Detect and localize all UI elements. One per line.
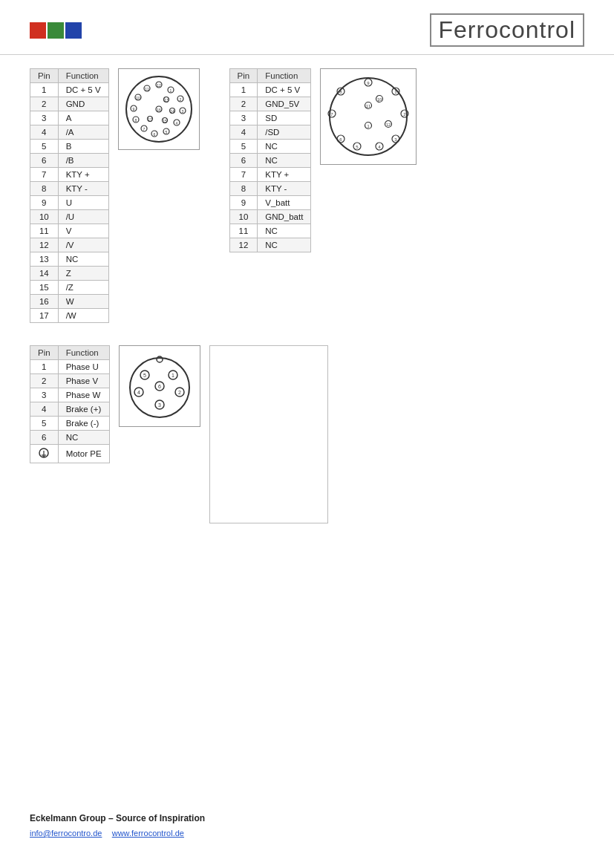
pin-function: Brake (+) <box>58 402 109 417</box>
pin-function: A <box>58 111 108 125</box>
footer-tagline: Eckelmann Group – Source of Inspiration <box>30 813 584 823</box>
col-pin-1: Pin <box>30 69 59 83</box>
pin-number: 1 <box>30 83 59 97</box>
table-row: 10/U <box>30 210 109 224</box>
svg-text:3: 3 <box>181 109 183 114</box>
table-row: 3SD <box>229 111 311 125</box>
pin-function: /Z <box>58 281 108 295</box>
svg-text:6: 6 <box>158 384 161 389</box>
svg-text:5: 5 <box>165 130 167 134</box>
table-row: 12/V <box>30 238 109 252</box>
pin-function: DC + 5 V <box>258 83 311 97</box>
col-function-1: Function <box>58 69 108 83</box>
pin-function: GND_batt <box>258 210 311 224</box>
pin-number: 5 <box>229 140 258 154</box>
pin-function: NC <box>258 224 311 238</box>
table-row: 6/B <box>30 154 109 168</box>
col-pin-power: Pin <box>30 346 59 360</box>
svg-text:9: 9 <box>132 107 134 111</box>
logo-red-square <box>30 22 46 39</box>
svg-text:10: 10 <box>136 96 140 100</box>
connector-diagram-12pin: 9 1 8 2 7 10 <box>320 68 417 165</box>
pin-number: 3 <box>30 111 59 125</box>
pin-number: 3 <box>30 388 59 402</box>
footer-website[interactable]: www.ferrocontrol.de <box>112 829 184 838</box>
pin-function: /U <box>58 210 108 224</box>
svg-text:5: 5 <box>143 373 146 378</box>
col-function-power: Function <box>58 346 109 360</box>
svg-text:8: 8 <box>134 118 137 123</box>
table-row: 14Z <box>30 267 109 281</box>
pin-function: NC <box>58 252 108 267</box>
connector-diagram-power: 5 1 6 4 2 3 <box>119 345 200 427</box>
pin-function: KTY - <box>258 182 311 196</box>
table-row: 9U <box>30 196 109 210</box>
connector-power-svg: 5 1 6 4 2 3 <box>123 349 197 423</box>
pin-function: U <box>58 196 108 210</box>
pin-number: 3 <box>229 111 258 125</box>
pin-function: NC <box>58 431 109 445</box>
table-row: 2Phase V <box>30 374 110 388</box>
pin-number: 11 <box>229 224 258 238</box>
pin-function: Phase V <box>58 374 109 388</box>
brand-title: Ferrocontrol <box>430 13 585 47</box>
table-row: 5B <box>30 140 109 154</box>
pin-function: GND_5V <box>258 97 311 111</box>
table-row: 7KTY + <box>30 168 109 182</box>
table-row: 7KTY + <box>229 168 311 182</box>
svg-text:11: 11 <box>145 87 149 91</box>
table-row: 1DC + 5 V <box>229 83 311 97</box>
svg-text:1: 1 <box>169 88 172 93</box>
table2-group: Pin Function 1DC + 5 V2GND_5V3SD4/SD5NC6… <box>229 68 417 252</box>
svg-text:8: 8 <box>340 90 343 94</box>
svg-text:6: 6 <box>340 137 343 142</box>
table-row: 15/Z <box>30 281 109 295</box>
svg-text:3: 3 <box>158 402 161 408</box>
pin-number: 2 <box>30 97 59 111</box>
pin-function: Z <box>58 267 108 281</box>
pin-function: /SD <box>258 125 311 140</box>
connector-12pin-svg: 9 1 8 2 7 10 <box>324 72 413 161</box>
svg-text:16: 16 <box>157 108 161 112</box>
svg-text:15: 15 <box>163 119 167 123</box>
svg-text:4: 4 <box>137 390 140 395</box>
pin-number: 12 <box>30 238 59 252</box>
section-2-tables: Pin Function 1Phase U2Phase V3Phase W4Br… <box>30 345 584 523</box>
pin-function: W <box>58 295 108 309</box>
pin-number: 11 <box>30 224 59 238</box>
pin-number: 6 <box>30 431 59 445</box>
pin-function: NC <box>258 238 311 252</box>
pin-number: 1 <box>30 360 59 374</box>
svg-text:13: 13 <box>164 98 169 102</box>
pin-number: 1 <box>229 83 258 97</box>
table-row: 16W <box>30 295 109 309</box>
pin-function: /W <box>58 309 108 323</box>
logo-blue-square <box>65 22 82 39</box>
table-row: 9V_batt <box>229 196 311 210</box>
pin-function: Phase U <box>58 360 109 374</box>
table-row: 13NC <box>30 252 109 267</box>
page-footer: Eckelmann Group – Source of Inspiration … <box>30 813 584 838</box>
pin-number <box>30 445 59 463</box>
pin-number: 7 <box>229 168 258 182</box>
table-row: 2GND_5V <box>229 97 311 111</box>
table3-group: Pin Function 1Phase U2Phase V3Phase W4Br… <box>30 345 328 523</box>
svg-text:11: 11 <box>366 104 370 108</box>
page-header: Ferrocontrol <box>0 0 614 55</box>
pin-number: 13 <box>30 252 59 267</box>
pin-number: 17 <box>30 309 59 323</box>
svg-text:7: 7 <box>331 112 334 117</box>
table-row: 11V <box>30 224 109 238</box>
pin-number: 15 <box>30 281 59 295</box>
svg-text:7: 7 <box>143 127 145 131</box>
table-row: 8KTY - <box>30 182 109 196</box>
table-row: 11NC <box>229 224 311 238</box>
col-pin-2: Pin <box>229 69 258 83</box>
table-row: Motor PE <box>30 445 110 463</box>
svg-text:2: 2 <box>178 390 181 395</box>
svg-text:14: 14 <box>170 109 174 114</box>
pin-function: KTY + <box>58 168 108 182</box>
pin-number: 2 <box>229 97 258 111</box>
table-row: 6NC <box>229 154 311 168</box>
footer-email[interactable]: info@ferrocontro.de <box>30 829 102 838</box>
